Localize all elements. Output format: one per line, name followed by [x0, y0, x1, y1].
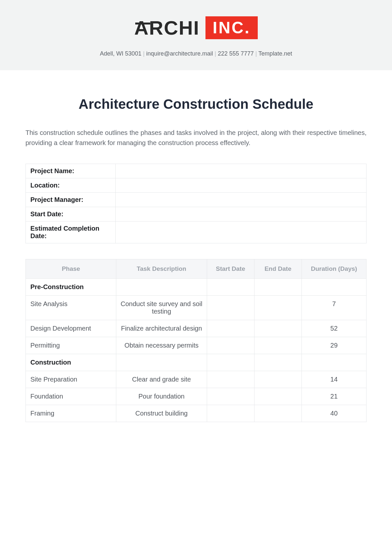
- info-label: Project Name:: [26, 164, 116, 178]
- schedule-cell[interactable]: [254, 371, 302, 388]
- schedule-cell: [207, 354, 254, 371]
- info-value[interactable]: [116, 221, 367, 243]
- schedule-cell: Finalize architectural design: [116, 320, 207, 337]
- schedule-phase-row: Pre-Construction: [26, 279, 367, 296]
- schedule-cell: 7: [302, 296, 366, 320]
- info-value[interactable]: [116, 178, 367, 193]
- schedule-cell[interactable]: [207, 388, 254, 405]
- page-title: Architecture Construction Schedule: [25, 96, 367, 112]
- info-row: Location:: [26, 178, 367, 193]
- schedule-cell[interactable]: [207, 371, 254, 388]
- schedule-cell: 21: [302, 388, 366, 405]
- schedule-cell: Pre-Construction: [26, 279, 116, 296]
- logo: ARCHI INC.: [134, 16, 258, 39]
- schedule-cell: Obtain necessary permits: [116, 337, 207, 354]
- schedule-cell[interactable]: [254, 388, 302, 405]
- info-label: Project Manager:: [26, 193, 116, 207]
- logo-text-part2: INC.: [205, 16, 258, 39]
- contact-site: Template.net: [254, 50, 292, 57]
- info-row: Start Date:: [26, 207, 367, 221]
- schedule-cell[interactable]: [254, 405, 302, 422]
- schedule-cell: [254, 279, 302, 296]
- schedule-cell[interactable]: [254, 337, 302, 354]
- schedule-cell: [116, 354, 207, 371]
- schedule-cell[interactable]: [254, 320, 302, 337]
- schedule-cell: [302, 279, 366, 296]
- schedule-cell[interactable]: [207, 320, 254, 337]
- schedule-cell: 14: [302, 371, 366, 388]
- schedule-header: Duration (Days): [302, 259, 366, 279]
- project-info-table: Project Name:Location:Project Manager:St…: [25, 164, 367, 243]
- schedule-cell: Foundation: [26, 388, 116, 405]
- contact-address: Adell, WI 53001: [100, 50, 141, 57]
- info-row: Project Manager:: [26, 193, 367, 207]
- document-body: Architecture Construction Schedule This …: [0, 70, 392, 422]
- schedule-cell: Construct building: [116, 405, 207, 422]
- schedule-table: PhaseTask DescriptionStart DateEnd DateD…: [25, 259, 367, 422]
- schedule-cell: Pour foundation: [116, 388, 207, 405]
- schedule-cell: [254, 354, 302, 371]
- schedule-cell: 52: [302, 320, 366, 337]
- info-label: Estimated Completion Date:: [26, 221, 116, 243]
- schedule-cell[interactable]: [207, 296, 254, 320]
- schedule-task-row: Design DevelopmentFinalize architectural…: [26, 320, 367, 337]
- schedule-task-row: FoundationPour foundation21: [26, 388, 367, 405]
- schedule-header: Phase: [26, 259, 116, 279]
- schedule-cell: 40: [302, 405, 366, 422]
- info-value[interactable]: [116, 164, 367, 178]
- schedule-cell: Design Development: [26, 320, 116, 337]
- schedule-cell: [302, 354, 366, 371]
- schedule-task-row: Site PreparationClear and grade site14: [26, 371, 367, 388]
- schedule-cell: Clear and grade site: [116, 371, 207, 388]
- document-header: ARCHI INC. Adell, WI 53001inquire@archit…: [0, 0, 392, 70]
- schedule-cell[interactable]: [207, 337, 254, 354]
- schedule-cell: Framing: [26, 405, 116, 422]
- schedule-task-row: Site AnalysisConduct site survey and soi…: [26, 296, 367, 320]
- schedule-cell: Conduct site survey and soil testing: [116, 296, 207, 320]
- schedule-task-row: FramingConstruct building40: [26, 405, 367, 422]
- schedule-header: End Date: [254, 259, 302, 279]
- info-value[interactable]: [116, 193, 367, 207]
- schedule-cell: 29: [302, 337, 366, 354]
- intro-paragraph: This construction schedule outlines the …: [25, 128, 367, 148]
- schedule-cell[interactable]: [207, 405, 254, 422]
- info-label: Location:: [26, 178, 116, 193]
- schedule-cell: Construction: [26, 354, 116, 371]
- schedule-cell: Permitting: [26, 337, 116, 354]
- schedule-task-row: PermittingObtain necessary permits29: [26, 337, 367, 354]
- contact-email: inquire@architecture.mail: [141, 50, 213, 57]
- contact-line: Adell, WI 53001inquire@architecture.mail…: [0, 50, 392, 57]
- info-label: Start Date:: [26, 207, 116, 221]
- contact-phone: 222 555 7777: [213, 50, 254, 57]
- info-row: Estimated Completion Date:: [26, 221, 367, 243]
- schedule-cell[interactable]: [254, 296, 302, 320]
- info-row: Project Name:: [26, 164, 367, 178]
- schedule-cell: [116, 279, 207, 296]
- logo-text-part1: ARCHI: [134, 17, 200, 39]
- schedule-cell: [207, 279, 254, 296]
- info-value[interactable]: [116, 207, 367, 221]
- schedule-cell: Site Analysis: [26, 296, 116, 320]
- schedule-header: Task Description: [116, 259, 207, 279]
- schedule-cell: Site Preparation: [26, 371, 116, 388]
- schedule-phase-row: Construction: [26, 354, 367, 371]
- schedule-header: Start Date: [207, 259, 254, 279]
